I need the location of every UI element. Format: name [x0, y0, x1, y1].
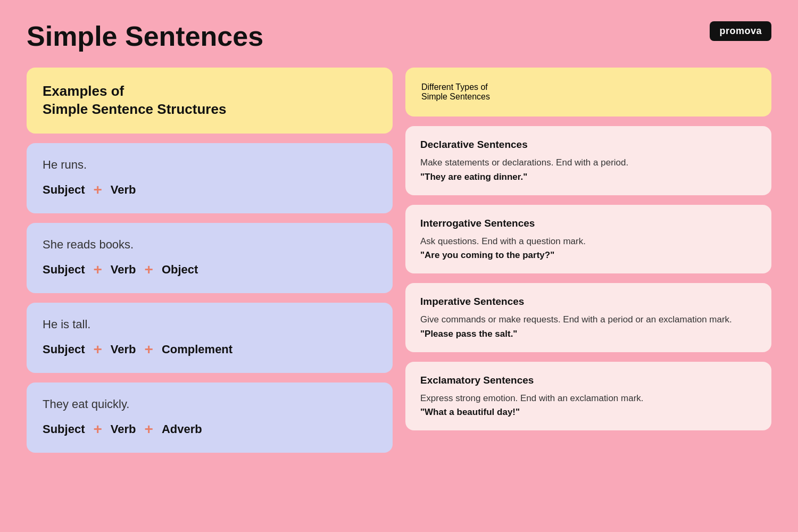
type-card-exclamatory: Exclamatory Sentences Express strong emo…	[405, 362, 771, 431]
type-title-declarative: Declarative Sentences	[420, 139, 757, 151]
example-sentence-3: He is tall.	[43, 318, 377, 331]
right-section-header: Different Types ofSimple Sentences	[405, 68, 771, 117]
structure-part-verb-3: Verb	[111, 343, 136, 356]
plus-icon-3a: +	[93, 341, 102, 358]
left-column: Examples ofSimple Sentence Structures He…	[27, 68, 393, 453]
type-description-interrogative: Ask questions. End with a question mark.	[420, 235, 757, 248]
type-description-exclamatory: Express strong emotion. End with an excl…	[420, 392, 757, 405]
plus-icon-2a: +	[93, 261, 102, 278]
structure-row-4: Subject + Verb + Adverb	[43, 421, 377, 438]
structure-part-verb-2: Verb	[111, 263, 136, 277]
plus-icon-3b: +	[145, 341, 153, 358]
type-card-imperative: Imperative Sentences Give commands or ma…	[405, 283, 771, 352]
structure-part-verb-4: Verb	[111, 422, 136, 436]
type-title-exclamatory: Exclamatory Sentences	[420, 375, 757, 386]
type-example-imperative: "Please pass the salt."	[420, 329, 757, 339]
plus-icon-1: +	[93, 181, 102, 198]
plus-icon-2b: +	[145, 261, 153, 278]
structure-row-1: Subject + Verb	[43, 181, 377, 198]
structure-part-subject-1: Subject	[43, 183, 85, 197]
type-description-declarative: Make statements or declarations. End wit…	[420, 156, 757, 170]
page-header: Simple Sentences promova	[27, 21, 771, 52]
example-sentence-4: They eat quickly.	[43, 397, 377, 411]
right-header-text: Different Types ofSimple Sentences	[421, 82, 755, 102]
example-card-2: She reads books. Subject + Verb + Object	[27, 223, 393, 293]
structure-part-subject-3: Subject	[43, 343, 85, 356]
structure-part-adverb-4: Adverb	[162, 422, 202, 436]
structure-part-complement-3: Complement	[162, 343, 232, 356]
type-example-declarative: "They are eating dinner."	[420, 172, 757, 182]
structure-part-subject-2: Subject	[43, 263, 85, 277]
example-card-3: He is tall. Subject + Verb + Complement	[27, 303, 393, 373]
type-example-exclamatory: "What a beautiful day!"	[420, 407, 757, 418]
plus-icon-4b: +	[145, 421, 153, 438]
plus-icon-4a: +	[93, 421, 102, 438]
type-description-imperative: Give commands or make requests. End with…	[420, 313, 757, 327]
example-card-4: They eat quickly. Subject + Verb + Adver…	[27, 383, 393, 453]
structure-part-subject-4: Subject	[43, 422, 85, 436]
type-example-interrogative: "Are you coming to the party?"	[420, 250, 757, 261]
example-sentence-1: He runs.	[43, 158, 377, 172]
right-column: Different Types ofSimple Sentences Decla…	[405, 68, 771, 453]
structure-row-3: Subject + Verb + Complement	[43, 341, 377, 358]
brand-logo: promova	[710, 21, 771, 41]
left-header-text: Examples ofSimple Sentence Structures	[43, 82, 377, 119]
main-content: Examples ofSimple Sentence Structures He…	[27, 68, 771, 453]
left-section-header: Examples ofSimple Sentence Structures	[27, 68, 393, 134]
structure-part-object-2: Object	[162, 263, 198, 277]
example-card-1: He runs. Subject + Verb	[27, 143, 393, 213]
type-card-interrogative: Interrogative Sentences Ask questions. E…	[405, 205, 771, 274]
structure-part-verb-1: Verb	[111, 183, 136, 197]
example-sentence-2: She reads books.	[43, 238, 377, 252]
page-title: Simple Sentences	[27, 21, 263, 52]
type-card-declarative: Declarative Sentences Make statements or…	[405, 126, 771, 195]
type-title-interrogative: Interrogative Sentences	[420, 218, 757, 229]
type-title-imperative: Imperative Sentences	[420, 296, 757, 307]
structure-row-2: Subject + Verb + Object	[43, 261, 377, 278]
